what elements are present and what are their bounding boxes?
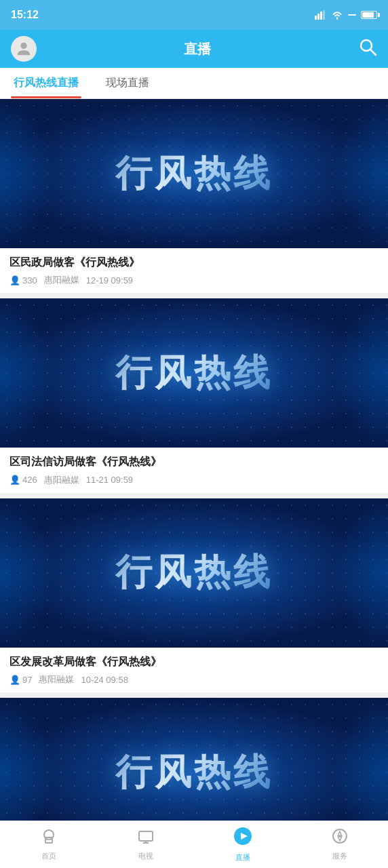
avatar[interactable] xyxy=(11,36,37,62)
search-icon xyxy=(358,37,377,56)
video-list: 行风热线 区民政局做客《行风热线》 👤 330 惠阳融媒 12-19 09:59… xyxy=(0,99,388,868)
video-title: 区民政局做客《行风热线》 xyxy=(9,255,379,270)
video-card[interactable]: 行风热线 区发展改革局做客《行风热线》 👤 97 惠阳融媒 10-24 09:5… xyxy=(0,498,388,692)
video-thumbnail: 行风热线 xyxy=(0,498,388,648)
video-views: 👤 426 xyxy=(9,475,37,485)
person-icon: 👤 xyxy=(9,475,20,485)
video-views: 👤 97 xyxy=(9,675,32,685)
tab-hotline[interactable]: 行风热线直播 xyxy=(0,68,92,98)
app-header: 直播 xyxy=(0,30,388,68)
svg-point-17 xyxy=(338,835,341,837)
svg-point-5 xyxy=(20,43,26,49)
bottom-nav: 首页 电视 直播 服务 xyxy=(0,821,388,868)
nav-label-home: 首页 xyxy=(41,851,56,861)
svg-rect-2 xyxy=(320,12,322,20)
video-title: 区司法信访局做客《行风热线》 xyxy=(9,454,379,469)
video-date: 12-19 09:59 xyxy=(86,275,133,285)
tab-bar: 行风热线直播 现场直播 xyxy=(0,68,388,99)
person-icon: 👤 xyxy=(9,675,20,685)
video-source: 惠阳融媒 xyxy=(39,673,74,686)
nav-item-tv[interactable]: 电视 xyxy=(97,821,194,868)
video-views: 👤 330 xyxy=(9,275,37,285)
video-thumbnail: 行风热线 xyxy=(0,298,388,448)
status-icons xyxy=(315,10,377,20)
video-info: 👤 97 惠阳融媒 10-24 09:58 xyxy=(9,673,379,686)
user-avatar-icon xyxy=(14,39,33,58)
person-icon: 👤 xyxy=(9,275,20,285)
svg-rect-1 xyxy=(317,14,319,20)
battery-icon xyxy=(361,11,377,19)
nav-label-live: 直播 xyxy=(235,852,250,863)
svg-rect-0 xyxy=(315,16,317,20)
video-date: 10-24 09:58 xyxy=(81,675,128,685)
home-icon xyxy=(41,828,57,848)
video-title: 区发展改革局做客《行风热线》 xyxy=(9,654,379,669)
svg-rect-4 xyxy=(348,14,356,16)
nav-item-live[interactable]: 直播 xyxy=(194,821,291,868)
status-bar: 15:12 xyxy=(0,0,388,30)
video-card[interactable]: 行风热线 区民政局做客《行风热线》 👤 330 惠阳融媒 12-19 09:59 xyxy=(0,99,388,293)
video-info: 👤 426 惠阳融媒 11-21 09:59 xyxy=(9,474,379,486)
x-icon xyxy=(347,10,357,20)
svg-rect-10 xyxy=(139,831,153,841)
search-button[interactable] xyxy=(358,37,377,60)
video-source: 惠阳融媒 xyxy=(44,474,79,486)
nav-item-service[interactable]: 服务 xyxy=(291,821,388,868)
signal-icon xyxy=(315,10,327,20)
nav-label-service: 服务 xyxy=(332,851,347,861)
nav-label-tv: 电视 xyxy=(138,851,153,861)
svg-line-7 xyxy=(370,50,376,55)
status-time: 15:12 xyxy=(11,9,39,21)
live-icon xyxy=(233,827,252,850)
video-info: 👤 330 惠阳融媒 12-19 09:59 xyxy=(9,274,379,286)
header-title: 直播 xyxy=(184,40,211,58)
svg-rect-3 xyxy=(323,10,325,20)
video-thumbnail: 行风热线 xyxy=(0,99,388,248)
nav-item-home[interactable]: 首页 xyxy=(0,821,97,868)
tv-icon xyxy=(138,828,154,848)
wifi-icon xyxy=(331,10,343,20)
video-card[interactable]: 行风热线 区司法信访局做客《行风热线》 👤 426 惠阳融媒 11-21 09:… xyxy=(0,298,388,492)
tab-live[interactable]: 现场直播 xyxy=(92,68,163,98)
video-source: 惠阳融媒 xyxy=(44,274,79,286)
compass-icon xyxy=(332,828,348,848)
video-date: 11-21 09:59 xyxy=(86,475,133,485)
